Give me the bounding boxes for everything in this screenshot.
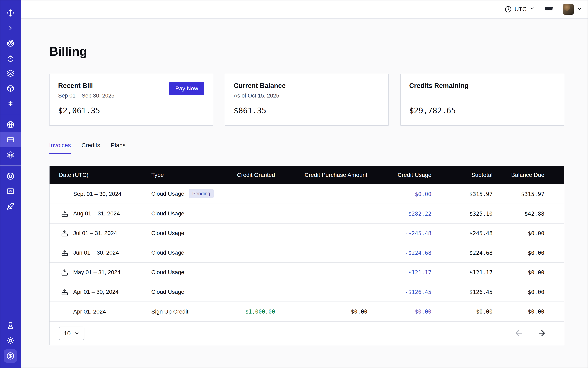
invoice-type-cell: Cloud Usage [151,223,234,243]
sidebar-item-billing[interactable] [0,132,21,147]
invoice-type-cell: Cloud Usage [151,282,234,302]
sidebar-group-billing [0,117,21,162]
card-title: Current Balance [234,82,286,90]
card-subtitle: Sep 01 – Sep 30, 2025 [58,93,114,99]
invoice-date: May 01 – 31, 2024 [73,269,120,276]
credit-usage-cell: -$245.48 [374,223,438,243]
credit-purchase-amount-cell [283,223,374,243]
credit-purchase-amount-cell [283,184,374,204]
sidebar-item-monitor[interactable] [0,184,21,199]
sidebar-divider [0,114,21,114]
sidebar-item-move[interactable] [0,5,21,20]
sun-icon [7,337,14,344]
sidebar-group-top [0,5,21,111]
subtotal-cell: $0.00 [438,302,499,321]
invoice-type-cell: Sign Up Credit [151,302,234,321]
box-icon [7,85,14,92]
credit-granted-cell [234,263,283,282]
table-row: Aug 01 – 31, 2024Cloud Usage-$282.22$325… [50,204,564,223]
sidebar-item-asterisk[interactable] [0,96,21,111]
asterisk-icon [7,100,14,107]
chevron-down-icon [577,6,582,12]
credit-purchase-amount-cell: $0.00 [283,302,374,321]
sidebar-item-settings[interactable] [0,147,21,162]
sidebar-item-timer[interactable] [0,51,21,66]
invoice-date: Jun 01 – 30, 2024 [73,249,119,256]
sidebar [0,0,21,368]
column-header-credit-purchase-amount: Credit Purchase Amount [283,166,374,184]
page-size-select[interactable]: 10 [59,327,84,340]
table-row: Sept 01 – 30, 2024Cloud UsagePending$0.0… [50,184,564,204]
invoice-date: Apr 01, 2024 [73,308,106,315]
tab-plans[interactable]: Plans [111,142,126,154]
sidebar-item-globe[interactable] [0,117,21,132]
clock-icon [505,6,512,13]
goggles-button[interactable] [544,5,553,14]
radar-icon [7,39,14,47]
sidebar-item-rocket[interactable] [0,199,21,214]
download-icon [61,269,68,276]
sidebar-divider [0,165,21,166]
column-header-type: Type [151,166,234,184]
arrow-right-icon [537,328,546,338]
sidebar-group-tools [0,168,21,214]
download-icon [61,210,68,217]
tab-credits[interactable]: Credits [81,142,100,154]
credit-card-icon [7,136,14,144]
table-footer: 10 [50,321,564,345]
download-invoice-button[interactable] [61,210,73,217]
invoices-table: Date (UTC) Type Credit Granted Credit Pu… [49,166,564,345]
credit-purchase-amount-cell [283,263,374,282]
table-row: Apr 01 – 30, 2024Cloud Usage-$126.45$126… [50,282,564,302]
subtotal-cell: $325.10 [438,204,499,223]
next-page-button[interactable] [537,328,546,338]
credit-granted-cell [234,282,283,302]
subtotal-cell: $126.45 [438,282,499,302]
sidebar-item-radar[interactable] [0,36,21,51]
monitor-icon [7,187,14,195]
timezone-selector[interactable]: UTC [505,6,535,13]
flask-icon [7,322,14,329]
table-row: May 01 – 31, 2024Cloud Usage-$121.17$121… [50,263,564,282]
current-balance-amount: $861.35 [234,106,380,115]
tab-invoices[interactable]: Invoices [49,142,71,154]
prev-page-button[interactable] [514,328,524,338]
column-header-subtotal: Subtotal [438,166,499,184]
table-row: Apr 01, 2024Sign Up Credit$1,000.00$0.00… [50,302,564,321]
chevron-down-icon [74,331,80,336]
sidebar-item-expand[interactable] [0,20,21,36]
avatar [563,4,574,15]
summary-cards: Recent Bill Sep 01 – Sep 30, 2025 Pay No… [49,74,564,126]
invoice-date: Aug 01 – 31, 2024 [73,210,120,217]
download-invoice-button[interactable] [61,289,73,295]
balance-due-cell: $0.00 [499,243,564,263]
balance-due-cell: $0.00 [499,282,564,302]
invoice-type: Cloud Usage [151,191,184,197]
sidebar-item-theme[interactable] [0,333,21,348]
download-invoice-button[interactable] [61,249,73,256]
page-size-value: 10 [64,330,71,337]
download-icon [61,289,68,295]
chevron-right-icon [7,24,14,32]
download-invoice-button[interactable] [61,230,73,237]
credit-granted-cell [234,184,283,204]
column-header-credit-usage: Credit Usage [374,166,438,184]
sidebar-item-box[interactable] [0,81,21,96]
download-invoice-button[interactable] [61,269,73,276]
table-header-row: Date (UTC) Type Credit Granted Credit Pu… [50,166,564,184]
invoice-date: Apr 01 – 30, 2024 [73,289,119,295]
credit-usage-cell: -$282.22 [374,204,438,223]
sidebar-group-bottom [0,318,21,364]
subtotal-cell: $121.17 [438,263,499,282]
invoice-type: Cloud Usage [151,210,184,217]
sidebar-spacer [0,214,21,318]
sidebar-item-layers[interactable] [0,66,21,81]
sidebar-item-labs[interactable] [0,318,21,333]
account-menu[interactable] [563,4,582,15]
subtotal-cell: $245.48 [438,223,499,243]
sidebar-item-support[interactable] [0,168,21,184]
pay-now-button[interactable]: Pay Now [169,82,204,95]
sidebar-item-credits[interactable] [4,349,17,363]
invoice-type-cell: Cloud Usage [151,243,234,263]
card-subtitle [409,93,469,99]
